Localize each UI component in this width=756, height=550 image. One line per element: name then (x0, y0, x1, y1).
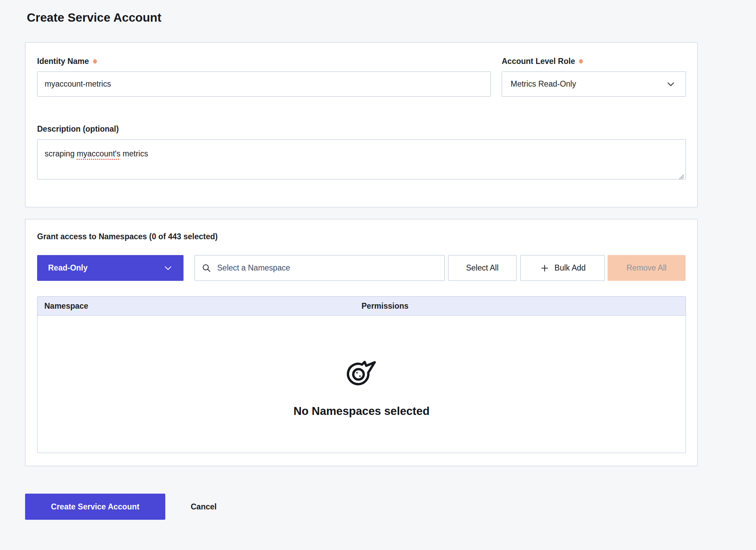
empty-state-message: No Namespaces selected (293, 405, 430, 418)
permission-role-value: Read-Only (48, 263, 88, 273)
cancel-button[interactable]: Cancel (189, 502, 219, 512)
account-level-role-select[interactable]: Metrics Read-Only (502, 72, 686, 97)
misspelled-word: myaccount's (77, 149, 120, 158)
plus-icon (540, 263, 550, 273)
namespaces-heading: Grant access to Namespaces (0 of 443 sel… (37, 232, 686, 241)
namespace-search-box[interactable] (194, 255, 445, 281)
footer-actions: Create Service Account Cancel (25, 494, 698, 520)
page-title: Create Service Account (27, 10, 698, 25)
account-level-role-value: Metrics Read-Only (511, 79, 576, 89)
description-field-group: Description (optional) scraping myaccoun… (37, 124, 686, 179)
chevron-down-icon (163, 263, 173, 273)
select-all-button[interactable]: Select All (448, 255, 516, 281)
column-header-permissions: Permissions (362, 301, 686, 311)
namespaces-table: Namespace Permissions No Namespaces sele… (37, 296, 686, 453)
remove-all-button[interactable]: Remove All (608, 255, 686, 281)
namespaces-toolbar: Read-Only Select All Bulk Add Remove All (37, 255, 686, 281)
namespace-search-input[interactable] (216, 263, 437, 273)
identity-name-field-group: Identity Name (37, 56, 491, 97)
account-level-role-label: Account Level Role (502, 56, 686, 66)
column-header-namespace: Namespace (37, 301, 362, 311)
identity-form-card: Identity Name Account Level Role Metrics… (25, 42, 698, 207)
description-textarea[interactable]: scraping myaccount's metrics (37, 139, 686, 179)
account-level-role-field-group: Account Level Role Metrics Read-Only (502, 56, 686, 97)
required-dot (93, 59, 97, 64)
bulk-add-button[interactable]: Bulk Add (520, 255, 605, 281)
comet-icon (345, 358, 378, 391)
create-service-account-page: Create Service Account Identity Name Acc… (25, 0, 698, 520)
identity-name-label: Identity Name (37, 56, 491, 66)
namespaces-card: Grant access to Namespaces (0 of 443 sel… (25, 219, 698, 466)
namespaces-table-header: Namespace Permissions (37, 297, 686, 316)
namespaces-table-body: No Namespaces selected (37, 316, 686, 453)
required-dot (579, 59, 583, 64)
description-label: Description (optional) (37, 124, 686, 134)
resize-handle[interactable] (678, 172, 685, 178)
chevron-down-icon (666, 79, 676, 89)
create-service-account-button[interactable]: Create Service Account (25, 494, 165, 520)
search-icon (202, 263, 211, 273)
permission-role-dropdown[interactable]: Read-Only (37, 255, 184, 281)
identity-name-input[interactable] (37, 72, 491, 97)
